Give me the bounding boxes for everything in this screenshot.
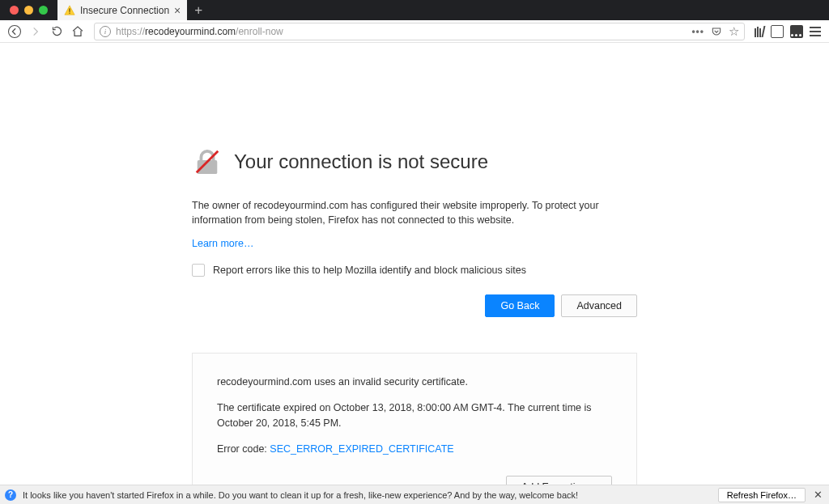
report-errors-row: Report errors like this to help Mozilla … xyxy=(192,264,637,277)
details-line-2: The certificate expired on October 13, 2… xyxy=(217,400,612,430)
zoom-window-button[interactable] xyxy=(39,6,48,15)
tab-close-button[interactable]: × xyxy=(174,4,181,17)
error-title: Your connection is not secure xyxy=(234,150,488,173)
notification-bar: ? It looks like you haven't started Fire… xyxy=(0,485,829,504)
notification-message: It looks like you haven't started Firefo… xyxy=(23,490,578,500)
sidebar-icon[interactable] xyxy=(771,25,784,38)
minimize-window-button[interactable] xyxy=(24,6,33,15)
home-button[interactable] xyxy=(68,22,87,41)
advanced-button[interactable]: Advanced xyxy=(561,294,637,317)
page-actions-button[interactable]: ••• xyxy=(691,26,704,37)
forward-button[interactable] xyxy=(26,22,45,41)
error-container: Your connection is not secure The owner … xyxy=(192,148,637,485)
new-tab-button[interactable]: + xyxy=(187,0,210,20)
app-menu-button[interactable] xyxy=(810,27,821,36)
svg-rect-1 xyxy=(69,12,70,13)
warning-icon xyxy=(64,5,75,16)
back-button[interactable] xyxy=(5,22,24,41)
svg-point-2 xyxy=(9,25,21,37)
url-bar[interactable]: i https://recodeyourmind.com/enroll-now … xyxy=(94,23,745,40)
extension-icon[interactable] xyxy=(790,25,803,38)
refresh-firefox-button[interactable]: Refresh Firefox… xyxy=(718,488,806,502)
notification-close-button[interactable]: ✕ xyxy=(812,489,824,501)
svg-rect-0 xyxy=(69,8,70,11)
nav-toolbar: i https://recodeyourmind.com/enroll-now … xyxy=(0,20,829,43)
site-info-icon[interactable]: i xyxy=(100,26,111,37)
reload-button[interactable] xyxy=(47,22,66,41)
tab-strip: Insecure Connection × + xyxy=(0,0,829,20)
library-icon[interactable] xyxy=(755,26,764,37)
insecure-lock-icon xyxy=(192,148,223,176)
url-text: https://recodeyourmind.com/enroll-now xyxy=(116,26,687,37)
close-window-button[interactable] xyxy=(10,6,19,15)
info-icon: ? xyxy=(5,489,16,501)
report-errors-checkbox[interactable] xyxy=(192,264,205,277)
window-controls xyxy=(0,0,57,20)
page-content: Your connection is not secure The owner … xyxy=(0,43,829,485)
bookmark-star-icon[interactable]: ☆ xyxy=(729,24,739,39)
report-errors-label: Report errors like this to help Mozilla … xyxy=(213,265,526,276)
learn-more-link[interactable]: Learn more… xyxy=(192,238,253,249)
toolbar-right xyxy=(751,25,824,38)
browser-tab[interactable]: Insecure Connection × xyxy=(57,0,187,20)
error-code-link[interactable]: SEC_ERROR_EXPIRED_CERTIFICATE xyxy=(270,443,453,455)
pocket-icon[interactable] xyxy=(711,26,722,37)
error-code-line: Error code: SEC_ERROR_EXPIRED_CERTIFICAT… xyxy=(217,442,612,456)
error-description: The owner of recodeyourmind.com has conf… xyxy=(192,198,637,227)
error-details-panel: recodeyourmind.com uses an invalid secur… xyxy=(192,353,637,485)
tab-title: Insecure Connection xyxy=(80,5,169,16)
go-back-button[interactable]: Go Back xyxy=(485,294,555,317)
details-line-1: recodeyourmind.com uses an invalid secur… xyxy=(217,375,612,389)
add-exception-button[interactable]: Add Exception… xyxy=(506,476,612,485)
